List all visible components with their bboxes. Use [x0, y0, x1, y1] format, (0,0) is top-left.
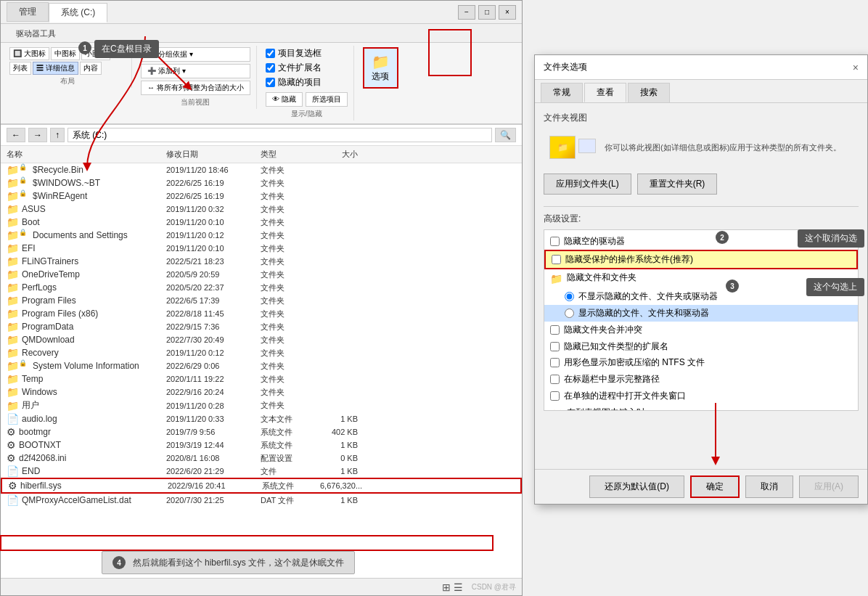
setting-hide-protected-os[interactable]: 隐藏受保护的操作系统文件(推荐)	[544, 250, 858, 269]
checkbox-color-encrypt[interactable]	[550, 358, 560, 367]
file-row[interactable]: 📁 FLiNGTrainers 2022/5/21 18:23 文件夹	[1, 255, 522, 268]
forward-button[interactable]: →	[28, 128, 47, 142]
btn-large-icon[interactable]: 🔲 大图标	[9, 47, 49, 60]
file-row[interactable]: 📄 audio.log 2019/11/20 0:33 文本文件 1 KB	[1, 412, 522, 425]
checkbox-hide-protected-os[interactable]	[552, 255, 561, 264]
file-row[interactable]: 📄 END 2022/6/20 21:29 文件 1 KB	[1, 465, 522, 478]
title-bar: 管理 系统 (C:) − □ ×	[1, 1, 522, 24]
file-ext-checkbox[interactable]	[266, 63, 275, 73]
back-button[interactable]: ←	[7, 128, 25, 142]
file-row[interactable]: 📁 Temp 2020/1/11 19:22 文件夹	[1, 372, 522, 385]
btn-medium-icon[interactable]: 中图标	[51, 47, 80, 60]
item-select-checkbox[interactable]	[266, 49, 275, 58]
file-row[interactable]: 📁 Windows 2022/9/16 20:24 文件夹	[1, 385, 522, 399]
file-row[interactable]: 📁 Program Files (x86) 2022/8/18 11:45 文件…	[1, 307, 522, 320]
btn-hide[interactable]: 👁 隐藏	[266, 92, 303, 107]
col-header-type[interactable]: 类型	[255, 149, 313, 160]
annotation-4-text: 4 然后就能看到这个 hiberfil.sys 文件，这个就是休眠文件	[102, 551, 355, 574]
file-row[interactable]: 📁 Recovery 2019/11/20 0:12 文件夹	[1, 346, 522, 359]
setting-hide-merge-conflicts[interactable]: 隐藏文件夹合并冲突	[544, 322, 858, 338]
file-date-cell: 2019/11/20 0:33	[160, 415, 255, 423]
dialog-tab-search[interactable]: 搜索	[628, 83, 670, 102]
file-name-text: Documents and Settings	[33, 230, 128, 240]
address-field[interactable]	[67, 128, 492, 142]
btn-restore-defaults[interactable]: 还原为默认值(D)	[589, 475, 684, 498]
file-icon: 📁	[7, 373, 19, 385]
file-row[interactable]: ⚙ bootmgr 2019/7/9 9:56 系统文件 402 KB	[1, 425, 522, 438]
current-view-label: 当前视图	[141, 97, 250, 107]
file-row[interactable]: 📁 🔒 Documents and Settings 2019/11/20 0:…	[1, 229, 522, 242]
file-row[interactable]: 📁 用户 2019/11/20 0:28 文件夹	[1, 399, 522, 412]
file-row[interactable]: 📁 PerfLogs 2020/5/20 22:37 文件夹	[1, 281, 522, 294]
btn-ok[interactable]: 确定	[690, 475, 740, 498]
checkbox-hide-merge-conflicts[interactable]	[550, 325, 560, 335]
btn-detail[interactable]: ☰ 详细信息	[33, 62, 78, 75]
setting-full-path[interactable]: 在标题栏中显示完整路径	[544, 371, 858, 388]
setting-hide-extensions[interactable]: 隐藏已知文件类型的扩展名	[544, 338, 858, 355]
up-button[interactable]: ↑	[50, 128, 65, 142]
ribbon-group-options: 📁 选项	[357, 46, 404, 93]
tab-system-c[interactable]: 系统 (C:)	[49, 3, 107, 23]
checkbox-full-path[interactable]	[550, 375, 560, 384]
checkbox-separate-process[interactable]	[550, 391, 560, 401]
btn-resize-cols[interactable]: ↔ 将所有列调整为合适的大小	[141, 81, 250, 95]
file-icon: 📁	[7, 334, 19, 346]
btn-list[interactable]: 列表	[9, 62, 31, 75]
file-row[interactable]: 📁 ProgramData 2022/9/15 7:36 文件夹	[1, 320, 522, 333]
settings-list[interactable]: 隐藏空的驱动器 隐藏受保护的操作系统文件(推荐) 📁 隐藏文件和文件夹 不显示隐…	[544, 229, 859, 411]
btn-cancel[interactable]: 取消	[745, 475, 793, 498]
file-row[interactable]: ⚙ BOOTNXT 2019/3/19 12:44 系统文件 1 KB	[1, 438, 522, 452]
btn-options[interactable]: 📁 选项	[363, 47, 398, 89]
checkbox-file-ext[interactable]: 文件扩展名	[266, 62, 348, 74]
file-row[interactable]: 📁 ASUS 2019/11/20 0:32 文件夹	[1, 203, 522, 216]
setting-show-hidden[interactable]: 显示隐藏的文件、文件夹和驱动器	[544, 305, 858, 322]
file-row[interactable]: 📁 EFI 2019/11/20 0:10 文件夹	[1, 242, 522, 255]
csdn-label: CSDN @君寻	[472, 582, 516, 592]
setting-separate-process[interactable]: 在单独的进程中打开文件夹窗口	[544, 388, 858, 404]
file-row[interactable]: 📁 QMDownload 2022/7/30 20:49 文件夹	[1, 333, 522, 346]
file-date-cell: 2019/11/20 18:46	[160, 166, 255, 174]
list-view-icon[interactable]: ☰	[454, 581, 463, 593]
file-row[interactable]: 📁 OneDriveTemp 2020/5/9 20:59 文件夹	[1, 268, 522, 281]
tab-manage[interactable]: 管理	[7, 2, 49, 22]
file-row[interactable]: 📁 Program Files 2022/6/5 17:39 文件夹	[1, 294, 522, 307]
file-list[interactable]: 名称 修改日期 类型 大小 📁 🔒 $Recycle.Bin 2019/11/2…	[1, 146, 522, 578]
file-row[interactable]: ⚙ hiberfil.sys 2022/9/16 20:41 系统文件 6,67…	[1, 478, 522, 494]
maximize-button[interactable]: □	[478, 5, 496, 20]
grid-view-icon[interactable]: ⊞	[442, 581, 451, 593]
btn-selected-items[interactable]: 所选项目	[306, 92, 348, 107]
hidden-items-checkbox[interactable]	[266, 78, 275, 87]
file-row[interactable]: 📄 QMProxyAccelGameList.dat 2020/7/30 21:…	[1, 494, 522, 507]
file-row[interactable]: ⚙ d2f42068.ini 2020/8/1 16:08 配置设置 0 KB	[1, 452, 522, 465]
setting-color-encrypt[interactable]: 用彩色显示加密或压缩的 NTFS 文件	[544, 354, 858, 371]
col-header-date[interactable]: 修改日期	[160, 149, 255, 160]
col-header-size[interactable]: 大小	[313, 149, 364, 160]
checkbox-hide-extensions[interactable]	[550, 342, 560, 351]
file-row[interactable]: 📁 Boot 2019/11/20 0:10 文件夹	[1, 216, 522, 229]
file-row[interactable]: 📁 🔒 $Recycle.Bin 2019/11/20 18:46 文件夹	[1, 163, 522, 176]
file-row[interactable]: 📁 🔒 System Volume Information 2022/6/29 …	[1, 359, 522, 372]
file-type-cell: 文件夹	[255, 348, 313, 359]
checkbox-item-select[interactable]: 项目复选框	[266, 47, 348, 60]
radio-show-hidden[interactable]	[565, 309, 574, 318]
file-date-cell: 2020/7/30 21:25	[160, 496, 255, 505]
radio-dont-show-hidden[interactable]	[565, 292, 574, 301]
btn-apply[interactable]: 应用(A)	[799, 475, 859, 498]
minimize-button[interactable]: −	[458, 5, 475, 20]
file-row[interactable]: 📁 🔒 $WINDOWS.~BT 2022/6/25 16:19 文件夹	[1, 176, 522, 189]
btn-apply-to-folders[interactable]: 应用到文件夹(L)	[544, 174, 631, 195]
btn-content[interactable]: 内容	[80, 62, 102, 75]
search-btn[interactable]: 🔍	[495, 128, 516, 142]
checkbox-hidden-items[interactable]: 隐藏的项目	[266, 76, 348, 89]
file-date-cell: 2019/11/20 0:28	[160, 401, 255, 410]
btn-reset-folders[interactable]: 重置文件夹(R)	[637, 174, 718, 195]
close-button[interactable]: ×	[499, 5, 516, 20]
dialog-tab-general[interactable]: 常规	[541, 83, 583, 102]
btn-add-col[interactable]: ➕ 添加列 ▾	[141, 64, 250, 78]
col-header-name[interactable]: 名称	[1, 149, 160, 160]
ribbon-tab-tools[interactable]: 驱动器工具	[7, 25, 65, 42]
checkbox-hide-empty-drives[interactable]	[550, 237, 560, 246]
dialog-close-button[interactable]: ×	[853, 62, 859, 73]
file-row[interactable]: 📁 🔒 $WinREAgent 2022/6/25 16:19 文件夹	[1, 189, 522, 203]
dialog-tab-view[interactable]: 查看	[584, 83, 626, 102]
